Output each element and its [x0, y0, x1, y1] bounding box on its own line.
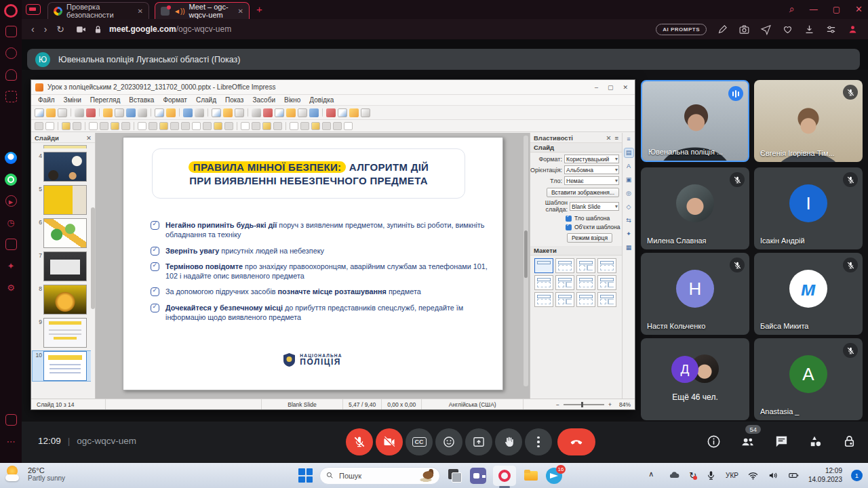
toolbar-spelling-icon[interactable] [195, 108, 204, 117]
taskbar-search[interactable]: Пошук [319, 467, 440, 485]
back-button[interactable]: ‹ [31, 24, 35, 35]
participant-tile[interactable]: Милена Славная [641, 167, 749, 249]
menu-format[interactable]: Формат [159, 96, 191, 104]
draw-animation-icon[interactable] [344, 122, 353, 130]
slide-thumb-partial[interactable] [43, 145, 87, 148]
draw-points-icon[interactable] [322, 122, 331, 130]
lock-icon[interactable] [92, 24, 104, 35]
meeting-details-icon[interactable] [706, 434, 722, 449]
toolbar-layout-icon[interactable] [263, 108, 273, 117]
tab-close-icon[interactable]: ✕ [238, 7, 243, 15]
window-search-icon[interactable]: ⌕ [789, 3, 795, 15]
draw-select-icon[interactable] [35, 122, 43, 130]
participant-tile[interactable]: A Anastasia _ [754, 338, 863, 420]
draw-stars-icon[interactable] [224, 122, 233, 130]
tray-mic-icon[interactable] [705, 470, 717, 481]
end-call-button[interactable] [557, 428, 595, 455]
bookmark-heart-icon[interactable] [782, 24, 793, 35]
address-bar[interactable]: meet.google.com/ogc-wqcv-uem [75, 24, 231, 35]
whatsapp-icon[interactable] [5, 174, 17, 186]
draw-ellipse-icon[interactable] [111, 122, 119, 130]
speed-dial-icon[interactable] [5, 47, 17, 59]
notification-badge[interactable]: 1 [851, 470, 863, 481]
menu-file[interactable]: Файл [34, 96, 59, 104]
menu-window[interactable]: Вікно [280, 96, 304, 104]
toolbar-view-icon[interactable] [223, 108, 233, 117]
impress-minimize-button[interactable]: – [595, 84, 598, 91]
draw-rect-icon[interactable] [100, 122, 108, 130]
deck-shapes-icon[interactable]: ◇ [625, 203, 633, 211]
properties-menu-icon[interactable]: ≡ [614, 134, 618, 142]
tab-security-check[interactable]: Проверка безопасности ✕ [47, 2, 149, 19]
participant-tile[interactable]: м Байса Микита [754, 253, 863, 335]
layout-option[interactable] [597, 275, 616, 290]
extensions-toggle-icon[interactable] [825, 24, 837, 35]
messenger-icon[interactable] [5, 152, 17, 164]
toolbar-hyperlink-icon[interactable] [349, 108, 359, 117]
draw-symbol-shapes-icon[interactable] [181, 122, 190, 130]
draw-glue-icon[interactable] [333, 122, 342, 130]
new-tab-button[interactable]: + [256, 3, 262, 15]
slide-thumb[interactable]: 9 [33, 318, 91, 348]
deck-properties-icon[interactable]: ▤ [625, 148, 633, 157]
toolbar-undo-icon[interactable] [155, 108, 164, 117]
onedrive-icon[interactable] [669, 470, 680, 481]
start-button[interactable] [298, 468, 313, 483]
draw-shadow-icon[interactable] [290, 122, 298, 130]
impress-maximize-button[interactable]: ▢ [608, 84, 614, 91]
draw-text-icon[interactable] [121, 122, 130, 130]
layout-option[interactable] [576, 258, 595, 273]
reload-button[interactable]: ↻ [56, 24, 64, 35]
toolbar-redo-icon[interactable] [166, 108, 176, 117]
downloads-icon[interactable] [804, 24, 815, 35]
tab-audio-icon[interactable]: ◄)) [174, 7, 185, 15]
menu-edit[interactable]: Зміни [60, 96, 85, 104]
menu-insert[interactable]: Вставка [125, 96, 158, 104]
player-icon[interactable]: ▸ [5, 195, 17, 207]
slides-panel-scrollbar[interactable] [91, 207, 95, 309]
impress-titlebar[interactable]: Урок з поліцейським 2_20230912_131702_00… [31, 80, 635, 95]
toolbar-cut-icon[interactable] [103, 108, 113, 117]
deck-master-icon[interactable]: ▦ [625, 243, 633, 252]
toolbar-find-icon[interactable] [183, 108, 193, 117]
layout-option[interactable] [576, 275, 595, 290]
draw-callouts-icon[interactable] [214, 122, 222, 130]
opera-logo-icon[interactable] [4, 4, 18, 18]
bookmarks-icon[interactable] [5, 239, 17, 250]
forward-button[interactable]: › [44, 24, 47, 35]
section-slide-label[interactable]: Слайд [534, 144, 554, 151]
present-button[interactable] [465, 428, 492, 455]
gallery-panel-icon[interactable] [5, 414, 17, 426]
wifi-icon[interactable] [747, 470, 759, 481]
raise-hand-button[interactable] [495, 428, 522, 455]
layout-blank[interactable] [534, 258, 553, 273]
layout-option[interactable] [597, 292, 616, 307]
send-to-device-icon[interactable] [760, 24, 772, 35]
draw-block-arrows-icon[interactable] [192, 122, 201, 130]
task-view-button[interactable] [447, 468, 463, 484]
snapshot-camera-icon[interactable] [738, 24, 750, 35]
toolbar-show-draw-icon[interactable] [361, 108, 370, 117]
edit-page-icon[interactable] [717, 24, 728, 35]
host-controls-icon[interactable] [842, 434, 857, 449]
toolbar-export-pdf-icon[interactable] [75, 108, 84, 117]
layout-option[interactable] [555, 258, 574, 273]
template-select[interactable]: Blank Slide [570, 202, 619, 211]
participant-tile-speaking[interactable]: Ювенальна поліція ... [641, 80, 749, 162]
weather-widget[interactable]: 26°C Partly sunny [5, 465, 65, 483]
toolbar-clone-icon[interactable] [138, 108, 147, 117]
draw-connector-icon[interactable] [159, 122, 168, 130]
deck-navigator-icon[interactable]: ◎ [625, 189, 633, 198]
draw-curve-icon[interactable] [149, 122, 157, 130]
mic-button-muted[interactable] [346, 428, 373, 455]
layout-option[interactable] [534, 275, 553, 290]
layout-option[interactable] [597, 258, 616, 273]
toolbar-new-icon[interactable] [35, 108, 44, 117]
camera-permission-icon[interactable] [75, 24, 87, 35]
gx-corner-icon[interactable] [5, 26, 17, 37]
tab-meet[interactable]: ◄)) Meet – ogc-wqcv-uem ✕ [155, 2, 250, 19]
reactions-button[interactable] [435, 428, 462, 455]
ai-prompts-button[interactable]: AI PROMPTS [656, 24, 707, 35]
file-explorer-button[interactable] [523, 468, 539, 484]
draw-color-icon[interactable] [62, 122, 71, 130]
